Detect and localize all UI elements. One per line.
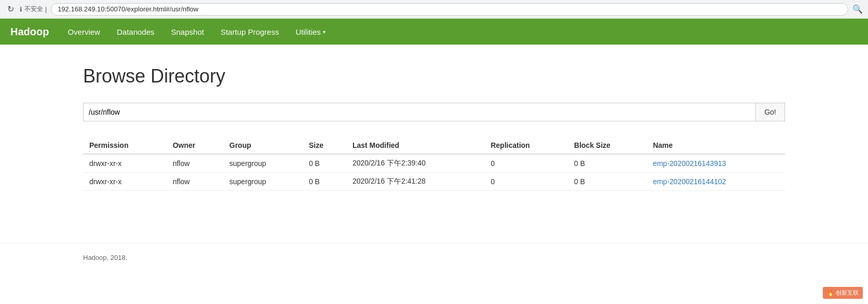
cell-size: 0 B	[303, 173, 346, 191]
path-input[interactable]	[83, 103, 755, 121]
cell-size: 0 B	[303, 154, 346, 173]
cell-block-size: 0 B	[568, 173, 647, 191]
footer: Hadoop, 2018.	[0, 243, 868, 272]
cell-name: emp-20200216144102	[647, 173, 785, 191]
cell-replication: 0	[484, 154, 568, 173]
browser-chrome: ↻ ℹ 不安全 | 192.168.249.10:50070/explorer.…	[0, 0, 868, 19]
cell-group: supergroup	[223, 173, 303, 191]
cell-owner: nflow	[167, 173, 223, 191]
col-replication: Replication	[484, 137, 568, 154]
navbar: Hadoop Overview Datanodes Snapshot Start…	[0, 19, 868, 45]
cell-group: supergroup	[223, 154, 303, 173]
path-form: Go!	[83, 103, 785, 121]
cell-block-size: 0 B	[568, 154, 647, 173]
main-content: Browse Directory Go! Permission Owner Gr…	[0, 45, 868, 212]
cell-permission: drwxr-xr-x	[83, 173, 167, 191]
cell-last-modified: 2020/2/16 下午2:39:40	[346, 154, 484, 173]
table-body: drwxr-xr-x nflow supergroup 0 B 2020/2/1…	[83, 154, 785, 191]
cell-replication: 0	[484, 173, 568, 191]
dir-link-row0[interactable]: emp-20200216143913	[653, 159, 726, 168]
url-bar[interactable]: 192.168.249.10:50070/explorer.html#/usr/…	[51, 3, 848, 16]
table-header: Permission Owner Group Size Last Modifie…	[83, 137, 785, 154]
navbar-brand[interactable]: Hadoop	[10, 26, 49, 38]
col-group: Group	[223, 137, 303, 154]
browser-security: ℹ 不安全 |	[20, 5, 47, 13]
go-button[interactable]: Go!	[755, 103, 785, 121]
nav-item-datanodes[interactable]: Datanodes	[108, 19, 163, 45]
browser-search-icon[interactable]: 🔍	[852, 4, 863, 14]
security-label: 不安全	[24, 5, 43, 13]
nav-item-snapshot[interactable]: Snapshot	[163, 19, 212, 45]
page-title: Browse Directory	[83, 65, 785, 87]
directory-table: Permission Owner Group Size Last Modifie…	[83, 137, 785, 191]
table-row: drwxr-xr-x nflow supergroup 0 B 2020/2/1…	[83, 154, 785, 173]
col-owner: Owner	[167, 137, 223, 154]
nav-item-startup-progress[interactable]: Startup Progress	[212, 19, 288, 45]
col-name: Name	[647, 137, 785, 154]
col-last-modified: Last Modified	[346, 137, 484, 154]
cell-owner: nflow	[167, 154, 223, 173]
url-text: 192.168.249.10:50070/explorer.html#/usr/…	[58, 5, 198, 13]
cell-last-modified: 2020/2/16 下午2:41:28	[346, 173, 484, 191]
cell-name: emp-20200216143913	[647, 154, 785, 173]
footer-text: Hadoop, 2018.	[83, 254, 127, 261]
dir-link-row1[interactable]: emp-20200216144102	[653, 177, 726, 186]
col-permission: Permission	[83, 137, 167, 154]
nav-item-overview[interactable]: Overview	[59, 19, 108, 45]
col-block-size: Block Size	[568, 137, 647, 154]
nav-item-utilities[interactable]: Utilities ▾	[287, 19, 333, 45]
refresh-icon[interactable]: ↻	[5, 4, 16, 14]
utilities-dropdown-arrow: ▾	[323, 29, 326, 35]
table-header-row: Permission Owner Group Size Last Modifie…	[83, 137, 785, 154]
col-size: Size	[303, 137, 346, 154]
security-info-icon: ℹ	[20, 6, 22, 13]
url-separator: |	[45, 6, 47, 13]
cell-permission: drwxr-xr-x	[83, 154, 167, 173]
table-row: drwxr-xr-x nflow supergroup 0 B 2020/2/1…	[83, 173, 785, 191]
